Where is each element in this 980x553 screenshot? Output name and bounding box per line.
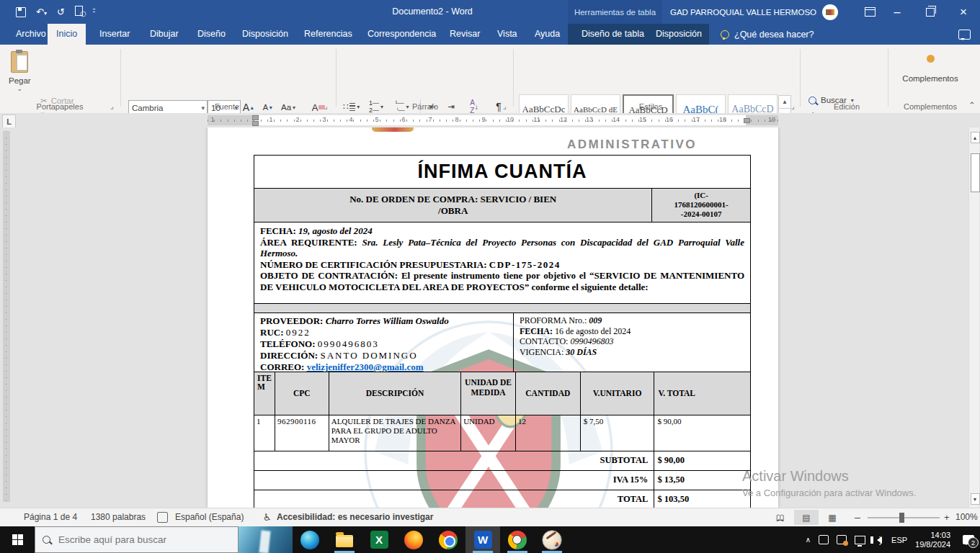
save-icon[interactable]: [16, 7, 26, 17]
taskbar-chrome[interactable]: [431, 526, 466, 553]
redo-icon[interactable]: [57, 6, 65, 17]
vertical-ruler[interactable]: [3, 131, 10, 502]
styles-scroll-up[interactable]: ▲: [778, 95, 791, 109]
tray-app-icon[interactable]: [819, 535, 829, 544]
clipboard-dialog-launcher[interactable]: [110, 102, 119, 111]
document-title: Documento2 - Word: [317, 0, 548, 24]
tab-stop-selector[interactable]: L: [2, 114, 16, 128]
zoom-level[interactable]: 100%: [956, 508, 978, 526]
vertical-scrollbar[interactable]: ▲ ▼: [968, 127, 979, 508]
item-unit-cell: UNIDAD: [460, 415, 515, 451]
indent-marker-left[interactable]: [252, 121, 259, 126]
web-layout-button[interactable]: [820, 510, 845, 525]
ribbon-tab-row: Archivo Inicio Insertar Dibujar Diseño D…: [0, 24, 980, 45]
tab-insertar[interactable]: Insertar: [91, 24, 138, 45]
taskbar-search[interactable]: [35, 526, 239, 553]
print-preview-button[interactable]: [75, 6, 83, 18]
news-widget-thumbnail[interactable]: [239, 526, 293, 553]
undo-icon: [36, 6, 44, 17]
document-page[interactable]: ADMINISTRATIVO ÍNFIMA CUANTÍA No. DE ORD…: [208, 127, 778, 508]
paragraph-dialog-launcher[interactable]: [503, 102, 512, 111]
tab-diseno[interactable]: Diseño: [189, 24, 234, 45]
item-qty-cell: 12: [515, 415, 580, 451]
restore-button[interactable]: [914, 0, 947, 24]
collapse-ribbon-icon[interactable]: [968, 100, 976, 110]
tell-me-box[interactable]: ¿Qué desea hacer?: [721, 24, 814, 45]
sort-icon: AZ: [470, 99, 475, 114]
tray-language[interactable]: ESP: [891, 536, 907, 544]
tab-disposicion-tabla[interactable]: Disposición: [647, 24, 710, 45]
accessibility-icon[interactable]: [263, 508, 272, 526]
tab-ayuda[interactable]: Ayuda: [526, 24, 569, 45]
add-in-icon: [927, 55, 935, 63]
tab-revisar[interactable]: Revisar: [441, 24, 489, 45]
scroll-up-button[interactable]: ▲: [971, 132, 980, 143]
taskbar-firefox[interactable]: [396, 526, 431, 553]
read-mode-button[interactable]: [768, 510, 793, 525]
notification-center-icon[interactable]: 2: [963, 535, 974, 544]
zoom-slider-thumb[interactable]: [899, 513, 904, 523]
account-area[interactable]: GAD PARROQUIAL VALLE HERMOSO: [670, 0, 838, 24]
search-input[interactable]: [57, 534, 218, 546]
purchase-order-table[interactable]: ÍNFIMA CUANTÍA No. DE ORDEN DE COMPRA: S…: [254, 155, 751, 508]
horizontal-ruler[interactable]: 1 1 2 3 4 5 6 7 8 9 10 11 12 13 14 15 16…: [208, 115, 778, 125]
taskbar-edge[interactable]: [293, 526, 327, 553]
tab-inicio[interactable]: Inicio: [48, 24, 86, 45]
paste-button[interactable]: Pegar: [9, 51, 31, 92]
tray-time: 14:03: [915, 531, 950, 540]
order-label-cell: No. DE ORDEN DE COMPRA: SERVICIO / BIEN …: [254, 189, 651, 222]
tray-clock[interactable]: 14:03 19/8/2024: [915, 531, 950, 549]
shrink-font-button[interactable]: A▼: [261, 100, 275, 114]
document-header-text: ADMINISTRATIVO: [567, 138, 697, 152]
taskbar-excel[interactable]: [362, 526, 396, 553]
undo-button[interactable]: [36, 6, 47, 17]
close-icon: [960, 5, 967, 19]
tab-dibujar[interactable]: Dibujar: [141, 24, 187, 45]
zoom-in-button[interactable]: [944, 508, 950, 526]
item-unit-price-cell: $ 7,50: [580, 415, 654, 451]
font-dialog-launcher[interactable]: [324, 102, 333, 111]
scrollbar-thumb[interactable]: [971, 153, 980, 192]
styles-dialog-launcher[interactable]: [791, 102, 800, 111]
add-ins-button[interactable]: Complementos: [899, 55, 961, 83]
numbering-button[interactable]: 1—2—: [369, 99, 383, 114]
comments-icon[interactable]: [958, 30, 971, 40]
word-count[interactable]: 1380 palabras: [91, 508, 146, 526]
tab-correspondencia[interactable]: Correspondencia: [359, 24, 445, 45]
ruler-number: 14: [611, 116, 621, 123]
avatar[interactable]: [822, 4, 838, 20]
tab-disposicion[interactable]: Disposición: [233, 24, 297, 45]
minimize-button[interactable]: [881, 0, 914, 24]
indent-marker-first-line[interactable]: [252, 115, 259, 120]
page-indicator[interactable]: Página 1 de 4: [24, 508, 77, 526]
scroll-down-button[interactable]: ▼: [971, 493, 980, 505]
start-button[interactable]: [0, 526, 35, 553]
close-button[interactable]: [947, 0, 980, 24]
tab-referencias[interactable]: Referencias: [295, 24, 361, 45]
status-bar: Página 1 de 4 1380 palabras Español (Esp…: [0, 508, 980, 527]
correo-link[interactable]: velizjeniffer2300@gmail.com: [307, 361, 424, 372]
file-explorer-icon: [336, 535, 353, 547]
taskbar-file-explorer[interactable]: [327, 526, 362, 553]
sort-button[interactable]: AZ: [467, 99, 481, 114]
zoom-out-button[interactable]: [855, 508, 860, 526]
tray-expand-icon[interactable]: [806, 536, 811, 544]
tab-vista[interactable]: Vista: [489, 24, 526, 45]
taskbar-paint-app[interactable]: [535, 526, 569, 553]
tray-volume-icon[interactable]: [873, 536, 882, 544]
tab-diseno-de-tabla[interactable]: Diseño de tabla: [573, 24, 653, 45]
taskbar-browser-clock-app[interactable]: [500, 526, 535, 553]
fecha-value: 19, agosto del 2024: [298, 225, 373, 236]
print-layout-button[interactable]: [794, 510, 819, 525]
clear-formatting-button[interactable]: A: [311, 100, 326, 114]
proofing-icon[interactable]: [157, 512, 168, 523]
customize-qat-icon[interactable]: [93, 8, 95, 17]
taskbar-word-active[interactable]: [466, 526, 500, 553]
change-case-button[interactable]: Aa: [281, 100, 295, 114]
margin-marker-right[interactable]: [744, 118, 750, 123]
bullets-button[interactable]: [343, 99, 360, 114]
accessibility-status[interactable]: Accesibilidad: es necesario investigar: [277, 508, 433, 526]
tray-sync-alert-icon[interactable]: [837, 535, 847, 544]
language-indicator[interactable]: Español (España): [175, 508, 244, 526]
tray-network-icon[interactable]: [855, 536, 865, 544]
